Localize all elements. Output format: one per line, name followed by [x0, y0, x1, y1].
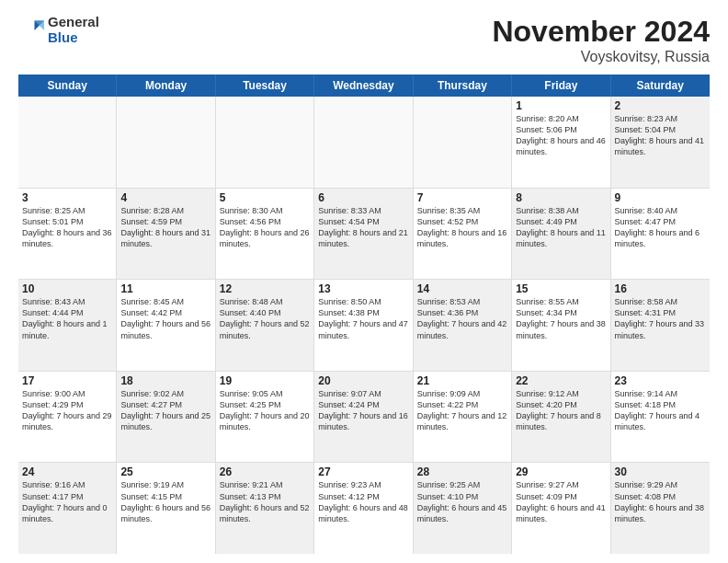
day-number: 23 [615, 374, 706, 387]
logo: General Blue [18, 15, 99, 45]
day-number: 16 [615, 282, 706, 295]
day-info: Sunrise: 9:23 AM Sunset: 4:12 PM Dayligh… [318, 479, 408, 524]
day-info: Sunrise: 9:16 AM Sunset: 4:17 PM Dayligh… [22, 479, 112, 524]
day-number: 7 [417, 191, 507, 204]
day-number: 1 [516, 99, 606, 112]
day-number: 25 [120, 465, 210, 478]
calendar-cell: 2Sunrise: 8:23 AM Sunset: 5:04 PM Daylig… [611, 97, 710, 188]
day-info: Sunrise: 8:58 AM Sunset: 4:31 PM Dayligh… [615, 296, 706, 341]
calendar-cell: 1Sunrise: 8:20 AM Sunset: 5:06 PM Daylig… [512, 97, 610, 188]
calendar-cell: 18Sunrise: 9:02 AM Sunset: 4:27 PM Dayli… [117, 372, 215, 463]
calendar: SundayMondayTuesdayWednesdayThursdayFrid… [18, 75, 710, 554]
calendar-cell: 6Sunrise: 8:33 AM Sunset: 4:54 PM Daylig… [314, 189, 413, 280]
calendar-cell [216, 97, 314, 188]
title-location: Voyskovitsy, Russia [492, 49, 710, 65]
title-block: November 2024 Voyskovitsy, Russia [492, 15, 710, 65]
day-info: Sunrise: 8:25 AM Sunset: 5:01 PM Dayligh… [22, 205, 112, 250]
day-info: Sunrise: 8:40 AM Sunset: 4:47 PM Dayligh… [615, 205, 706, 250]
day-info: Sunrise: 8:33 AM Sunset: 4:54 PM Dayligh… [318, 205, 408, 250]
calendar-cell: 9Sunrise: 8:40 AM Sunset: 4:47 PM Daylig… [611, 189, 710, 280]
day-info: Sunrise: 9:25 AM Sunset: 4:10 PM Dayligh… [417, 479, 507, 524]
day-info: Sunrise: 8:28 AM Sunset: 4:59 PM Dayligh… [120, 205, 210, 250]
calendar-cell: 8Sunrise: 8:38 AM Sunset: 4:49 PM Daylig… [512, 189, 610, 280]
calendar-header: SundayMondayTuesdayWednesdayThursdayFrid… [18, 75, 710, 97]
day-info: Sunrise: 8:30 AM Sunset: 4:56 PM Dayligh… [220, 205, 310, 250]
calendar-row-3: 17Sunrise: 9:00 AM Sunset: 4:29 PM Dayli… [18, 372, 710, 464]
day-info: Sunrise: 9:05 AM Sunset: 4:25 PM Dayligh… [220, 388, 310, 433]
calendar-cell: 30Sunrise: 9:29 AM Sunset: 4:08 PM Dayli… [611, 463, 710, 554]
calendar-cell: 17Sunrise: 9:00 AM Sunset: 4:29 PM Dayli… [18, 372, 117, 463]
calendar-cell: 25Sunrise: 9:19 AM Sunset: 4:15 PM Dayli… [117, 463, 215, 554]
calendar-cell [18, 97, 117, 188]
day-info: Sunrise: 9:21 AM Sunset: 4:13 PM Dayligh… [220, 479, 310, 524]
day-number: 18 [120, 374, 210, 387]
header-day-monday: Monday [117, 75, 215, 97]
calendar-cell: 19Sunrise: 9:05 AM Sunset: 4:25 PM Dayli… [216, 372, 314, 463]
calendar-cell: 27Sunrise: 9:23 AM Sunset: 4:12 PM Dayli… [314, 463, 413, 554]
header-day-friday: Friday [512, 75, 610, 97]
day-info: Sunrise: 8:38 AM Sunset: 4:49 PM Dayligh… [516, 205, 606, 250]
day-number: 17 [22, 374, 112, 387]
day-info: Sunrise: 9:19 AM Sunset: 4:15 PM Dayligh… [120, 479, 210, 524]
day-number: 27 [318, 465, 408, 478]
day-number: 20 [318, 374, 408, 387]
day-number: 22 [516, 374, 606, 387]
day-number: 5 [220, 191, 310, 204]
day-info: Sunrise: 9:02 AM Sunset: 4:27 PM Dayligh… [120, 388, 210, 433]
day-info: Sunrise: 9:29 AM Sunset: 4:08 PM Dayligh… [615, 479, 706, 524]
calendar-cell: 13Sunrise: 8:50 AM Sunset: 4:38 PM Dayli… [314, 280, 413, 371]
calendar-cell: 11Sunrise: 8:45 AM Sunset: 4:42 PM Dayli… [117, 280, 215, 371]
calendar-body: 1Sunrise: 8:20 AM Sunset: 5:06 PM Daylig… [18, 97, 710, 554]
header-day-wednesday: Wednesday [314, 75, 413, 97]
logo-blue: Blue [48, 30, 99, 46]
header-day-tuesday: Tuesday [216, 75, 314, 97]
calendar-cell [414, 97, 512, 188]
logo-icon [18, 17, 44, 43]
calendar-cell: 16Sunrise: 8:58 AM Sunset: 4:31 PM Dayli… [611, 280, 710, 371]
header-day-sunday: Sunday [18, 75, 117, 97]
day-info: Sunrise: 8:23 AM Sunset: 5:04 PM Dayligh… [615, 113, 706, 158]
day-number: 12 [220, 282, 310, 295]
day-number: 9 [615, 191, 706, 204]
day-number: 4 [120, 191, 210, 204]
day-number: 21 [417, 374, 507, 387]
day-number: 28 [417, 465, 507, 478]
day-number: 3 [22, 191, 112, 204]
day-info: Sunrise: 8:53 AM Sunset: 4:36 PM Dayligh… [417, 296, 507, 341]
day-number: 26 [220, 465, 310, 478]
calendar-cell: 5Sunrise: 8:30 AM Sunset: 4:56 PM Daylig… [216, 189, 314, 280]
calendar-cell: 12Sunrise: 8:48 AM Sunset: 4:40 PM Dayli… [216, 280, 314, 371]
day-number: 11 [120, 282, 210, 295]
calendar-cell [117, 97, 215, 188]
day-info: Sunrise: 9:12 AM Sunset: 4:20 PM Dayligh… [516, 388, 606, 433]
page: General Blue November 2024 Voyskovitsy, … [0, 0, 728, 563]
calendar-cell: 26Sunrise: 9:21 AM Sunset: 4:13 PM Dayli… [216, 463, 314, 554]
calendar-cell [314, 97, 413, 188]
calendar-row-1: 3Sunrise: 8:25 AM Sunset: 5:01 PM Daylig… [18, 189, 710, 281]
logo-text: General Blue [48, 15, 99, 45]
calendar-cell: 22Sunrise: 9:12 AM Sunset: 4:20 PM Dayli… [512, 372, 610, 463]
title-month: November 2024 [492, 15, 710, 49]
logo-general: General [48, 15, 99, 30]
day-info: Sunrise: 8:20 AM Sunset: 5:06 PM Dayligh… [516, 113, 606, 158]
calendar-cell: 4Sunrise: 8:28 AM Sunset: 4:59 PM Daylig… [117, 189, 215, 280]
day-number: 13 [318, 282, 408, 295]
day-info: Sunrise: 8:48 AM Sunset: 4:40 PM Dayligh… [220, 296, 310, 341]
calendar-row-0: 1Sunrise: 8:20 AM Sunset: 5:06 PM Daylig… [18, 97, 710, 189]
header: General Blue November 2024 Voyskovitsy, … [18, 15, 710, 65]
calendar-row-4: 24Sunrise: 9:16 AM Sunset: 4:17 PM Dayli… [18, 463, 710, 554]
day-info: Sunrise: 8:50 AM Sunset: 4:38 PM Dayligh… [318, 296, 408, 341]
calendar-cell: 28Sunrise: 9:25 AM Sunset: 4:10 PM Dayli… [414, 463, 512, 554]
calendar-cell: 3Sunrise: 8:25 AM Sunset: 5:01 PM Daylig… [18, 189, 117, 280]
calendar-cell: 21Sunrise: 9:09 AM Sunset: 4:22 PM Dayli… [414, 372, 512, 463]
day-number: 24 [22, 465, 112, 478]
day-number: 14 [417, 282, 507, 295]
day-number: 10 [22, 282, 112, 295]
calendar-cell: 7Sunrise: 8:35 AM Sunset: 4:52 PM Daylig… [414, 189, 512, 280]
day-info: Sunrise: 8:55 AM Sunset: 4:34 PM Dayligh… [516, 296, 606, 341]
calendar-row-2: 10Sunrise: 8:43 AM Sunset: 4:44 PM Dayli… [18, 280, 710, 372]
calendar-cell: 10Sunrise: 8:43 AM Sunset: 4:44 PM Dayli… [18, 280, 117, 371]
day-info: Sunrise: 9:14 AM Sunset: 4:18 PM Dayligh… [615, 388, 706, 433]
day-info: Sunrise: 8:35 AM Sunset: 4:52 PM Dayligh… [417, 205, 507, 250]
day-number: 19 [220, 374, 310, 387]
